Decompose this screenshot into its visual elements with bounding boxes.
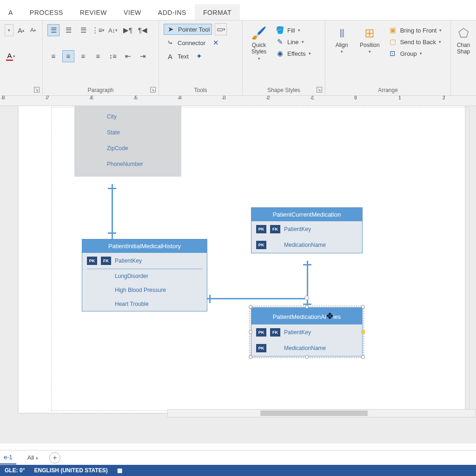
rotation-handle[interactable]	[304, 296, 309, 300]
page-tab-all[interactable]: All ▾	[24, 451, 42, 464]
horizontal-ruler: -8 -7 -6 -5 -4 -3 -2 -1 0 1 2	[0, 96, 476, 106]
line-spacing-button[interactable]: ↕≡	[107, 50, 119, 62]
pk-badge: PK	[256, 344, 266, 352]
attr-patientkey: PatientKey	[284, 329, 311, 336]
attr-zipcode: ZipCode	[107, 140, 174, 156]
fk-badge: FK	[101, 257, 111, 265]
effects-icon: ◉	[275, 49, 284, 58]
selection-handle[interactable]	[305, 355, 309, 359]
text-icon: A	[165, 53, 175, 60]
tab-a[interactable]: A	[0, 4, 21, 20]
group-button[interactable]: ⊡Group ▾	[386, 48, 444, 59]
pointer-tool-button[interactable]: ➤Pointer Tool	[164, 24, 212, 35]
shape-styles-group-label: Shape Styles	[243, 87, 325, 93]
scrollbar-thumb[interactable]	[260, 410, 368, 416]
align-center-button[interactable]: ≡	[62, 50, 74, 62]
group-tools: ➤Pointer Tool ▭▾ ⤷Connector ✕ AText ✦ To…	[159, 20, 243, 95]
canvas[interactable]: City State ZipCode PhoneNumber PatientIn…	[0, 106, 476, 443]
entity-title: PatientInitialMedicalHistory	[82, 239, 207, 253]
rtl-button[interactable]: ¶◀	[137, 24, 149, 36]
delete-tool-icon[interactable]: ✕	[210, 37, 222, 49]
fill-icon: 🪣	[275, 26, 284, 34]
attr-state: State	[107, 125, 174, 140]
pk-badge: PK	[256, 328, 266, 337]
font-size-combo[interactable]: ▾	[5, 24, 13, 36]
line-icon: ✎	[275, 38, 284, 46]
grow-font-button[interactable]: A▴	[16, 24, 26, 36]
position-icon: ⊞	[362, 25, 377, 41]
bring-front-icon: ▣	[388, 26, 397, 34]
send-to-back-button[interactable]: ▢Send to Back ▾	[386, 37, 444, 47]
drawing-page[interactable]: City State ZipCode PhoneNumber PatientIn…	[19, 106, 465, 413]
connector-e3-e4-v[interactable]	[307, 261, 308, 307]
attr-city: City	[107, 109, 174, 125]
add-page-button[interactable]: +	[49, 452, 60, 463]
entity-patient-medication-allergies[interactable]: PatientMedicationAl✥ies PK FK PatientKey…	[251, 307, 363, 357]
text-direction-button[interactable]: A↕▾	[107, 24, 119, 36]
paragraph-dialog-launcher[interactable]: ↘	[150, 87, 156, 93]
align-top-button[interactable]: ☰	[47, 24, 60, 36]
align-left-button[interactable]: ≡	[47, 50, 60, 62]
crowfoot-e3-bottom	[303, 264, 311, 265]
align-button[interactable]: ⫴ Align▾	[330, 23, 353, 56]
ribbon: ▾ A▴ A▾ A▾ ↘ ☰ ☰ ☰ ⋮≡▾ A↕▾ ▶¶ ¶◀ ≡ ≡ ≡ ≡…	[0, 20, 476, 96]
selection-handle[interactable]	[305, 305, 309, 309]
effects-button[interactable]: ◉Effects▾	[273, 48, 313, 59]
attr-hearttrouble: Heart Trouble	[115, 301, 149, 307]
status-language[interactable]: ENGLISH (UNITED STATES)	[34, 467, 107, 474]
connector-e1-e2[interactable]	[112, 184, 113, 239]
status-bar: GLE: 0° ENGLISH (UNITED STATES) ▦	[0, 465, 476, 476]
connection-point-tool[interactable]: ✦	[193, 50, 205, 62]
connector-tool-button[interactable]: ⤷Connector	[164, 38, 207, 48]
entity-patient-address[interactable]: City State ZipCode PhoneNumber	[74, 106, 181, 177]
change-shape-button[interactable]: ⬠ Chan Shap	[456, 23, 471, 57]
fill-button[interactable]: 🪣Fill▾	[273, 25, 313, 35]
decrease-indent-button[interactable]: ⇤	[122, 50, 134, 62]
justify-button[interactable]: ≡	[92, 50, 104, 62]
rectangle-tool-button[interactable]: ▭▾	[215, 23, 227, 35]
crowfoot-e2-top	[108, 232, 116, 234]
entity-patient-initial-history[interactable]: PatientInitialMedicalHistory PK FK Patie…	[82, 239, 207, 311]
align-middle-button[interactable]: ☰	[62, 24, 74, 36]
quick-styles-icon: 🖌️	[251, 25, 267, 41]
align-bottom-button[interactable]: ☰	[77, 24, 89, 36]
bullets-button[interactable]: ⋮≡▾	[92, 24, 104, 36]
tab-format[interactable]: FORMAT	[195, 4, 240, 20]
page-tab-1[interactable]: e-1	[0, 451, 16, 464]
connection-handle[interactable]	[361, 330, 365, 334]
bring-to-front-button[interactable]: ▣Bring to Front ▾	[386, 25, 444, 35]
selection-handle[interactable]	[249, 305, 252, 309]
selection-handle[interactable]	[249, 355, 252, 359]
fk-badge: FK	[270, 328, 280, 337]
quick-styles-button[interactable]: 🖌️ Quick Styles ▾	[247, 23, 271, 63]
selection-handle[interactable]	[249, 330, 252, 334]
selection-handle[interactable]	[361, 355, 365, 359]
group-shape-styles: 🖌️ Quick Styles ▾ 🪣Fill▾ ✎Line▾ ◉Effects…	[243, 20, 325, 95]
entity-patient-current-medication[interactable]: PatientCurrentMedication PK FK PatientKe…	[251, 207, 363, 253]
page-tabs: e-1 All ▾ +	[0, 450, 476, 465]
connector-icon: ⤷	[165, 39, 175, 47]
position-button[interactable]: ⊞ Position▾	[356, 23, 383, 56]
shape-styles-dialog-launcher[interactable]: ↘	[317, 87, 322, 93]
connector-e2-e4-h[interactable]	[207, 298, 308, 299]
tab-process[interactable]: PROCESS	[21, 4, 72, 20]
font-color-button[interactable]: A▾	[5, 50, 17, 62]
ltr-button[interactable]: ▶¶	[122, 24, 134, 36]
shrink-font-button[interactable]: A▾	[28, 24, 38, 36]
tab-addins[interactable]: ADD-INS	[150, 4, 195, 20]
pk-badge: PK	[256, 241, 266, 249]
tab-view[interactable]: VIEW	[115, 4, 150, 20]
attr-patientkey: PatientKey	[284, 226, 311, 232]
paragraph-group-label: Paragraph	[43, 87, 159, 93]
align-right-button[interactable]: ≡	[77, 50, 89, 62]
font-dialog-launcher[interactable]: ↘	[34, 87, 40, 93]
horizontal-scrollbar[interactable]	[167, 409, 476, 417]
line-button[interactable]: ✎Line▾	[273, 37, 313, 47]
pointer-icon: ➤	[166, 25, 175, 33]
increase-indent-button[interactable]: ⇥	[137, 50, 149, 62]
macro-record-icon[interactable]: ▦	[117, 467, 122, 474]
text-tool-button[interactable]: AText	[164, 52, 191, 61]
entity-title: PatientMedicationAl✥ies	[251, 308, 362, 324]
selection-handle[interactable]	[361, 305, 365, 309]
tab-review[interactable]: REVIEW	[72, 4, 115, 20]
